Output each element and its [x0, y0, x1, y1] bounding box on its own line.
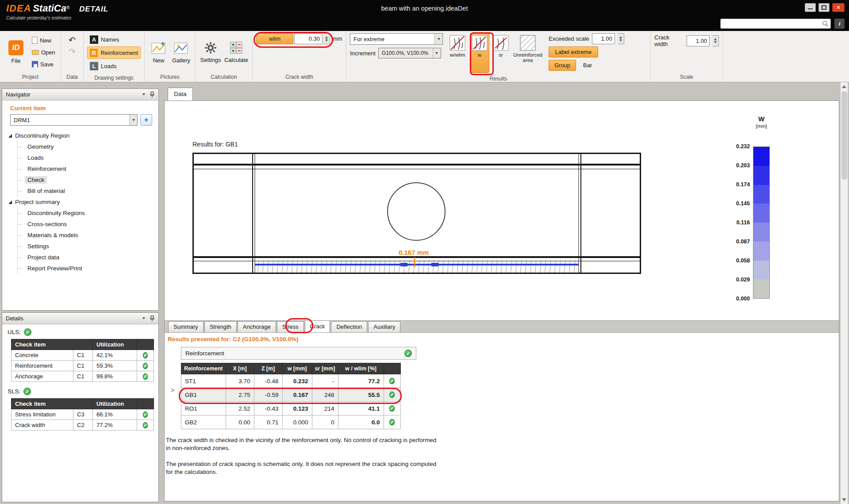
navigator-title: Navigator [6, 91, 31, 98]
tree-item-discontinuity-regions[interactable]: Discontinuity Regions [18, 208, 158, 219]
group-status-ok-icon: ✓ [404, 350, 412, 357]
table-row[interactable]: Crack widthC277.2%✓ [12, 420, 154, 431]
tab-auxiliary[interactable]: Auxiliary [368, 321, 400, 332]
label-extreme-button[interactable]: Label extreme [549, 46, 598, 58]
wlim-spinner[interactable] [323, 33, 330, 44]
beam-drawing[interactable]: 0.167 mm [192, 153, 641, 274]
tree-item-loads[interactable]: Loads [18, 152, 158, 163]
w-result-button[interactable]: w [470, 33, 489, 73]
tree-node-discontinuity-region[interactable]: Discontinuity Region [7, 130, 158, 141]
scroll-up-icon[interactable] [842, 85, 846, 88]
minimize-icon [808, 8, 813, 9]
calculate-button[interactable]: Calculate [224, 33, 249, 71]
results-presented-for: Results presented for: C2 (G100.0%, V100… [168, 336, 299, 342]
chevron-down-icon[interactable] [142, 93, 145, 96]
table-row-ro1[interactable]: RO12.52-0.430.12321441.1✓ [181, 402, 401, 416]
extreme-select-value: For extreme [353, 36, 384, 42]
exceeded-scale-input[interactable]: 1.00 [592, 33, 615, 44]
table-row[interactable]: ConcreteC142.1%✓ [12, 350, 154, 361]
open-label: Open [41, 49, 55, 56]
unreinforced-area-label: Unreinforced area [513, 52, 543, 63]
maximize-button[interactable] [818, 3, 830, 12]
new-project-button[interactable]: New [30, 35, 57, 46]
row-expander-icon[interactable]: > [171, 387, 174, 394]
scroll-down-icon[interactable] [842, 498, 846, 501]
save-project-button[interactable]: Save [30, 59, 57, 69]
tree-item-report-preview-print[interactable]: Report Preview/Print [18, 263, 158, 274]
ribbon-group-scale: Crack width 1.00 Scale [651, 31, 723, 82]
sr-result-button[interactable]: sr [491, 33, 511, 73]
tree-item-settings[interactable]: Settings [18, 241, 158, 252]
tree-item-project-data[interactable]: Project data [18, 252, 158, 263]
group-button[interactable]: Group [549, 60, 576, 71]
vertical-scrollbar[interactable] [840, 82, 848, 504]
exceeded-scale-spinner[interactable] [618, 33, 624, 44]
minimize-button[interactable] [805, 3, 816, 12]
tab-summary[interactable]: Summary [168, 321, 204, 332]
add-item-button[interactable]: + [140, 114, 152, 126]
extreme-select[interactable]: For extreme [350, 33, 443, 45]
new-picture-button[interactable]: New [148, 33, 169, 71]
file-button[interactable]: ID File [4, 33, 28, 71]
loads-icon: L [90, 62, 98, 70]
scale-crack-width-label: Crack width [654, 34, 684, 47]
tree-expander-icon[interactable] [8, 134, 12, 138]
tab-anchorage[interactable]: Anchorage [238, 321, 276, 332]
pin-icon[interactable] [150, 92, 155, 98]
redo-icon[interactable]: ↷ [69, 47, 76, 56]
tab-data[interactable]: Data [168, 88, 193, 100]
tab-strength[interactable]: Strength [204, 321, 237, 332]
tab-crack[interactable]: Crack [305, 320, 330, 332]
wlim-unit-label: mm [333, 33, 342, 44]
result-tabstrip: Summary Strength Anchorage Stress Crack … [165, 320, 839, 333]
tab-stress[interactable]: Stress [277, 321, 304, 332]
table-row[interactable]: AnchorageC199.8%✓ [12, 371, 154, 382]
table-row-st1[interactable]: ST13.70-0.480.232-77.2✓ [181, 374, 401, 388]
tree-expander-icon[interactable] [8, 200, 12, 204]
w-wlim-result-button[interactable]: w/wlim [447, 33, 468, 73]
undo-icon[interactable]: ↶ [69, 36, 76, 45]
current-item-value: DRM1 [14, 117, 30, 123]
tree-item-check[interactable]: Check [18, 174, 158, 185]
current-item-select[interactable]: DRM1 [10, 114, 138, 126]
w-icon [472, 35, 488, 51]
navigator-panel: Navigator Current item DRM1 + Discontinu… [2, 88, 159, 311]
reinforcement-group-header[interactable]: Reinforcement ✓ [181, 347, 416, 360]
scale-spinner[interactable] [712, 35, 719, 46]
group-label-pictures: Pictures [145, 73, 195, 82]
document-title: beam with an opening.ideaDet [0, 5, 849, 12]
gallery-button[interactable]: Gallery [171, 33, 192, 71]
bar-button[interactable]: Bar [579, 62, 596, 69]
table-row-gb1[interactable]: GB12.75-0.590.16724855.5✓ [181, 388, 401, 402]
chevron-down-icon [129, 115, 137, 125]
tree-node-project-summary[interactable]: Project summary [7, 196, 158, 208]
unreinforced-area-button[interactable]: Unreinforced area [512, 33, 543, 73]
increment-select[interactable]: G100.0%, V100.0% [378, 48, 441, 58]
scrollbar-thumb[interactable] [841, 91, 847, 180]
table-row[interactable]: ReinforcementC159.3%✓ [12, 361, 154, 371]
loads-toggle[interactable]: L Loads [87, 60, 141, 72]
table-row-gb2[interactable]: GB20.000.710.00000.0✓ [181, 416, 401, 429]
pin-icon[interactable] [150, 315, 155, 322]
wlim-value-input[interactable]: 0.30 [294, 33, 323, 44]
names-toggle[interactable]: A Names [87, 33, 141, 46]
table-row[interactable]: Stress limitationC366.1%✓ [12, 409, 154, 420]
close-button[interactable]: × [832, 3, 845, 12]
settings-button[interactable]: Settings [199, 33, 222, 71]
search-input[interactable] [722, 21, 822, 27]
tree-item-reinforcement[interactable]: Reinforcement [18, 163, 158, 174]
scale-crack-width-input[interactable]: 1.00 [687, 35, 710, 46]
wlim-button[interactable]: wlim [256, 33, 293, 44]
search-row: i [720, 19, 845, 29]
info-button[interactable]: i [834, 19, 845, 29]
tree-item-materials-models[interactable]: Materials & models [18, 230, 158, 241]
tree-item-bill-of-material[interactable]: Bill of material [18, 185, 158, 196]
chevron-down-icon[interactable] [142, 317, 145, 319]
tree-item-cross-sections[interactable]: Cross-sections [18, 219, 158, 230]
reinforcement-toggle[interactable]: R Reinforcement [87, 46, 141, 59]
tab-deflection[interactable]: Deflection [331, 321, 367, 332]
open-project-button[interactable]: Open [30, 47, 57, 58]
search-box[interactable] [720, 19, 831, 29]
tree-item-geometry[interactable]: Geometry [18, 141, 158, 152]
sls-header-check-item: Check item [12, 399, 93, 409]
